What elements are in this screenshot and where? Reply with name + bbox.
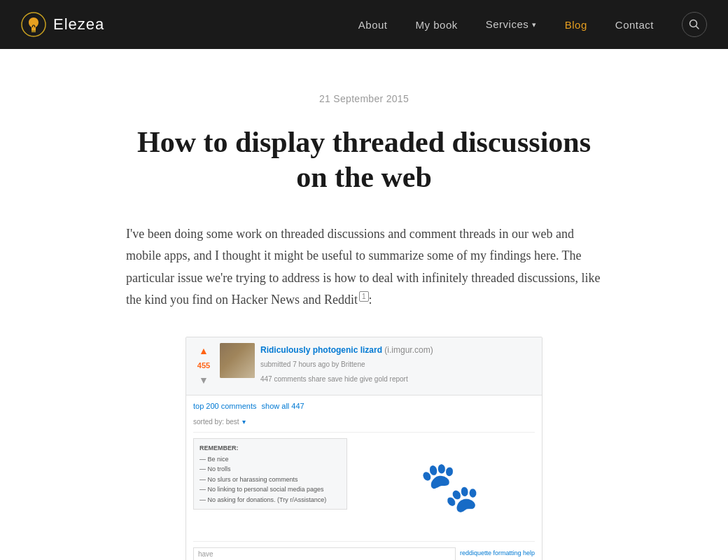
nav-link-services[interactable]: Services ▾ [486,15,537,34]
rules-item-5: — No asking for donations. (Try r/Assist… [200,495,341,505]
paw-icon-container: 🐾 [364,438,535,536]
reddit-post-header: ▲ 455 ▼ Ridiculously photogenic lizard (… [186,337,542,396]
search-icon [689,19,700,30]
rules-item-3: — No slurs or harassing comments [200,475,341,484]
sort-dropdown[interactable]: ▾ [242,418,246,426]
top-comments-label: top 200 comments show all 447 [193,400,535,413]
article-date: 21 September 2015 [126,91,602,108]
nav-item-services[interactable]: Services ▾ [486,15,537,34]
post-meta: submitted 7 hours ago by Brittene [260,358,535,370]
vote-column: ▲ 455 ▼ [193,343,214,389]
search-button-container[interactable] [682,12,707,37]
comments-section: top 200 comments show all 447 sorted by:… [186,396,542,560]
rules-title: REMEMBER: [200,443,341,453]
rules-item-4: — No linking to personal social media pa… [200,484,341,494]
nav-item-contact[interactable]: Contact [615,14,654,36]
svg-line-7 [696,27,699,29]
post-info: Ridiculously photogenic lizard (i.imgur.… [260,343,535,385]
upvote-arrow[interactable]: ▲ [199,343,209,360]
chevron-down-icon: ▾ [532,18,537,31]
navbar: Elezea About My book Services ▾ Blog Con… [0,0,728,49]
rules-item-2: — No trolls [200,464,341,474]
article-title: How to display threaded discussions on t… [126,125,602,195]
reddit-screenshot: ▲ 455 ▼ Ridiculously photogenic lizard (… [186,337,542,560]
nav-link-mybook[interactable]: My book [416,19,458,31]
comment-input-bar[interactable]: reddiquette formatting help [193,541,535,560]
post-actions: 447 comments share save hide give gold r… [260,373,535,385]
brand-name: Elezea [53,11,104,37]
post-title[interactable]: Ridiculously photogenic lizard (i.imgur.… [260,343,535,357]
nav-item-blog[interactable]: Blog [565,14,587,36]
post-score: 455 [197,359,210,372]
downvote-arrow[interactable]: ▼ [199,372,209,389]
article-main: 21 September 2015 How to display threade… [112,49,616,560]
nav-link-contact[interactable]: Contact [615,19,654,31]
nav-link-about[interactable]: About [358,19,388,31]
paw-icon: 🐾 [419,445,480,528]
lizard-image [220,343,255,378]
main-nav: About My book Services ▾ Blog Contact [358,12,707,37]
svg-rect-5 [31,31,36,32]
rules-box: REMEMBER: — Be nice — No trolls — No slu… [193,438,347,510]
logo-icon [21,12,46,37]
footnote-ref: 1 [359,291,369,302]
rules-item-1: — Be nice [200,454,341,464]
search-button[interactable] [682,12,707,37]
nav-link-blog[interactable]: Blog [565,19,587,31]
comment-input[interactable] [193,547,456,560]
article-body: I've been doing some work on threaded di… [126,223,602,312]
rules-and-paw: REMEMBER: — Be nice — No trolls — No slu… [193,438,535,536]
brand-logo-link[interactable]: Elezea [21,11,104,37]
post-thumbnail [220,343,255,378]
svg-rect-4 [31,30,36,31]
article-paragraph-1: I've been doing some work on threaded di… [126,223,602,312]
sort-bar: sorted by: best ▾ [193,416,535,433]
nav-item-mybook[interactable]: My book [416,14,458,36]
nav-item-about[interactable]: About [358,14,388,36]
formatting-links[interactable]: reddiquette formatting help [460,548,535,559]
